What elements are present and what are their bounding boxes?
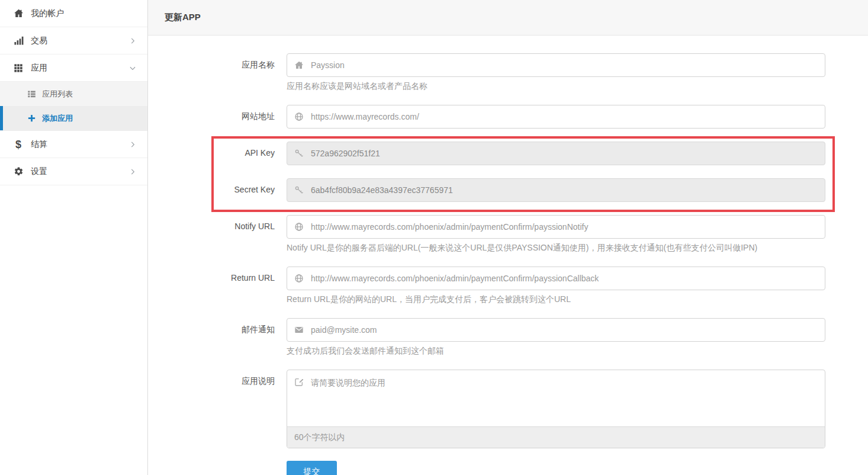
field-label: 应用说明 (165, 370, 275, 448)
chevron-down-icon (128, 64, 137, 72)
sidebar-item-label: 应用列表 (42, 89, 73, 100)
form-row-email-notify: 邮件通知 支付成功后我们会发送邮件通知到这个邮箱 (165, 318, 825, 357)
envelope-icon (294, 325, 304, 335)
form-row-website-url: 网站地址 (165, 105, 825, 129)
sidebar-item-label: 交易 (31, 36, 128, 46)
field-label: 应用名称 (165, 53, 275, 92)
main-content: 更新APP 应用名称 应用名称应该是网站域名或者产品名称 网站地址 (148, 0, 868, 475)
sidebar-item-my-account[interactable]: 我的帐户 (0, 0, 147, 27)
notify-url-input[interactable] (310, 222, 818, 232)
form-row-return-url: Return URL Return URL是你的网站的URL，当用户完成支付后，… (165, 267, 825, 305)
app-name-input[interactable] (310, 60, 818, 70)
sidebar-item-settlement[interactable]: $ 结算 (0, 131, 147, 158)
return-url-input-box (287, 267, 825, 290)
field-label: API Key (165, 142, 275, 165)
field-label: Secret Key (165, 178, 275, 202)
chevron-right-icon (128, 168, 137, 176)
dollar-icon: $ (12, 139, 25, 150)
grid-icon (12, 63, 25, 73)
notify-url-input-box (287, 215, 825, 239)
chevron-right-icon (128, 37, 137, 45)
char-limit-note: 60个字符以内 (287, 426, 825, 448)
sidebar-item-add-app[interactable]: 添加应用 (0, 106, 147, 130)
sidebar-item-label: 结算 (31, 139, 128, 150)
email-input[interactable] (310, 325, 818, 335)
update-app-form: 应用名称 应用名称应该是网站域名或者产品名称 网站地址 (148, 36, 868, 475)
sidebar-item-label: 我的帐户 (31, 8, 137, 19)
apps-submenu: 应用列表 添加应用 (0, 82, 147, 131)
submit-button[interactable]: 提交 (287, 461, 337, 475)
list-icon (26, 89, 37, 98)
chevron-right-icon (128, 140, 137, 149)
field-label: 邮件通知 (165, 318, 275, 357)
key-icon (294, 149, 304, 158)
form-row-api-key: API Key (165, 142, 825, 165)
home-icon (12, 8, 25, 18)
website-url-input-box (287, 105, 825, 129)
globe-icon (294, 112, 304, 121)
field-label: Notify URL (165, 215, 275, 253)
help-text: 支付成功后我们会发送邮件通知到这个邮箱 (287, 346, 825, 357)
form-row-secret-key: Secret Key (165, 178, 825, 202)
bar-chart-icon (12, 36, 25, 46)
help-text: Return URL是你的网站的URL，当用户完成支付后，客户会被跳转到这个UR… (287, 294, 825, 305)
globe-icon (294, 222, 304, 232)
sidebar-item-label: 设置 (31, 166, 128, 177)
app-description-textarea[interactable] (310, 377, 818, 420)
home-icon (294, 60, 304, 70)
sidebar-item-label: 添加应用 (42, 113, 73, 124)
sidebar: 我的帐户 交易 应用 应用列表 添加应用 (0, 0, 148, 475)
form-row-notify-url: Notify URL Notify URL是你的服务器后端的URL(一般来说这个… (165, 215, 825, 253)
secret-key-input (310, 185, 818, 195)
globe-icon (294, 274, 304, 283)
field-label: Return URL (165, 267, 275, 305)
page-title: 更新APP (165, 12, 201, 23)
app-description-box: 60个字符以内 (287, 370, 825, 448)
key-icon (294, 185, 304, 195)
help-text: Notify URL是你的服务器后端的URL(一般来说这个URL是仅供PAYSS… (287, 243, 825, 253)
secret-key-input-box (287, 178, 825, 202)
app-name-input-box (287, 53, 825, 77)
website-url-input[interactable] (310, 111, 818, 122)
api-key-input (310, 148, 818, 159)
email-input-box (287, 318, 825, 342)
sidebar-item-label: 应用 (31, 63, 128, 73)
page-header: 更新APP (148, 0, 868, 36)
edit-icon (294, 377, 304, 387)
sidebar-item-transactions[interactable]: 交易 (0, 27, 147, 54)
sidebar-item-app-list[interactable]: 应用列表 (0, 82, 147, 106)
help-text: 应用名称应该是网站域名或者产品名称 (287, 81, 825, 92)
plus-icon (26, 114, 37, 123)
api-key-input-box (287, 142, 825, 165)
sidebar-item-settings[interactable]: 设置 (0, 158, 147, 185)
form-row-app-description: 应用说明 60个字符以内 (165, 370, 825, 448)
sidebar-item-apps[interactable]: 应用 (0, 54, 147, 82)
gear-icon (12, 166, 25, 176)
form-row-app-name: 应用名称 应用名称应该是网站域名或者产品名称 (165, 53, 825, 92)
return-url-input[interactable] (310, 273, 818, 284)
field-label: 网站地址 (165, 105, 275, 129)
